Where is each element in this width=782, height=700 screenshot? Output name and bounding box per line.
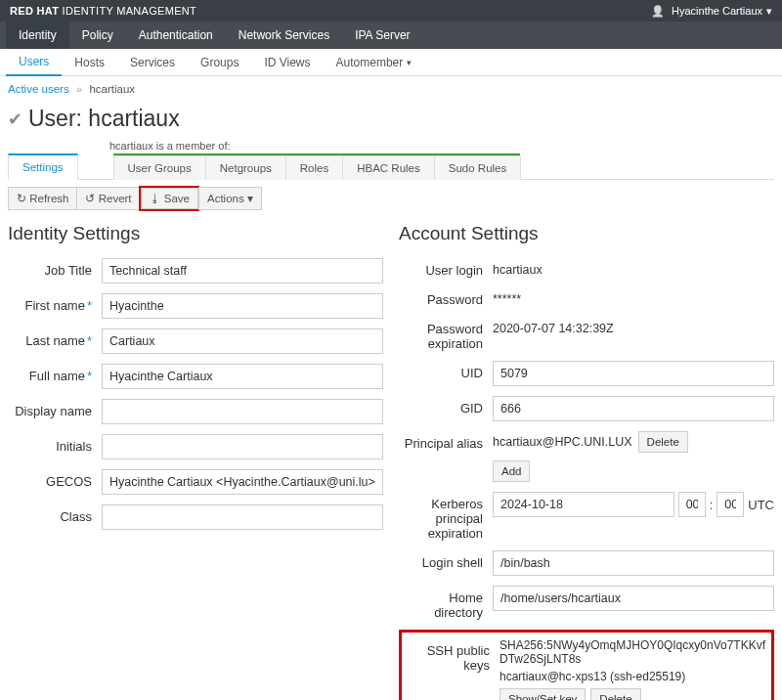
save-button[interactable]: ⭳ Save: [141, 188, 198, 209]
alias-label: Principal alias: [399, 431, 493, 451]
top-bar: RED HAT IDENTITY MANAGEMENT Hyacinthe Ca…: [0, 0, 782, 22]
shell-label: Login shell: [399, 550, 493, 570]
account-menu[interactable]: Hyacinthe Cartiaux: [651, 5, 772, 18]
account-heading: Account Settings: [399, 223, 774, 244]
breadcrumb-current: hcartiaux: [89, 83, 135, 95]
ssh-keys-highlight: SSH public keys SHA256:5NWy4yOmqMJHOY0QI…: [399, 630, 774, 700]
jobtitle-label: Job Title: [8, 258, 102, 278]
userlogin-label: User login: [399, 258, 493, 278]
memberof-tabs: User Groups Netgroups Roles HBAC Rules S…: [113, 153, 521, 179]
sub-nav-services[interactable]: Services: [117, 49, 188, 75]
chevron-down-icon: [407, 58, 412, 67]
uid-label: UID: [399, 361, 493, 380]
brand: RED HAT IDENTITY MANAGEMENT: [10, 5, 196, 17]
tab-user-groups[interactable]: User Groups: [113, 155, 206, 180]
firstname-field[interactable]: [102, 293, 383, 319]
save-button-highlight: ⭳ Save: [139, 186, 199, 211]
class-field[interactable]: [102, 504, 383, 530]
alias-delete-button[interactable]: Delete: [638, 431, 688, 453]
jobtitle-field[interactable]: [102, 258, 383, 284]
check-icon: ✔: [8, 109, 22, 130]
home-label: Home directory: [399, 586, 493, 620]
gid-field[interactable]: [493, 396, 774, 421]
displayname-label: Display name: [8, 399, 102, 418]
krb-timezone: UTC: [748, 498, 774, 512]
time-separator: :: [710, 498, 714, 512]
alias-add-button[interactable]: Add: [493, 460, 530, 482]
revert-button[interactable]: ↺ Revert: [76, 187, 140, 210]
toolbar: ↻ Refresh ↺ Revert ⭳ Save Actions: [8, 186, 774, 211]
password-label: Password: [399, 287, 493, 307]
tab-sudo-rules[interactable]: Sudo Rules: [434, 155, 521, 180]
gecos-field[interactable]: [102, 469, 383, 495]
shell-field[interactable]: [493, 550, 774, 576]
password-value: ******: [493, 287, 774, 306]
primary-nav-identity[interactable]: Identity: [6, 22, 69, 49]
fullname-field[interactable]: [102, 364, 383, 389]
sub-nav-hosts[interactable]: Hosts: [62, 49, 117, 75]
tab-netgroups[interactable]: Netgroups: [205, 155, 286, 180]
page-title: ✔ User: hcartiaux: [8, 106, 774, 132]
chevron-down-icon: [766, 5, 772, 18]
actions-menu[interactable]: Actions: [198, 187, 262, 210]
sub-nav-automember[interactable]: Automember: [324, 49, 425, 75]
krbexp-label: Kerberos principal expiration: [399, 492, 493, 541]
breadcrumb-separator: »: [76, 83, 82, 95]
initials-label: Initials: [8, 434, 102, 454]
primary-nav-ipa-server[interactable]: IPA Server: [342, 22, 422, 49]
primary-nav: Identity Policy Authentication Network S…: [0, 22, 782, 49]
breadcrumb: Active users » hcartiaux: [0, 76, 782, 102]
krb-date-field[interactable]: [493, 492, 674, 517]
account-settings-section: Account Settings User login hcartiaux Pa…: [399, 223, 774, 700]
identity-settings-section: Identity Settings Job Title First name* …: [8, 223, 383, 700]
primary-nav-policy[interactable]: Policy: [69, 22, 126, 49]
home-field[interactable]: [493, 586, 774, 611]
sub-nav-groups[interactable]: Groups: [188, 49, 251, 75]
tab-hbac-rules[interactable]: HBAC Rules: [342, 155, 435, 180]
breadcrumb-parent[interactable]: Active users: [8, 83, 69, 95]
primary-nav-authentication[interactable]: Authentication: [126, 22, 226, 49]
user-icon: [651, 5, 668, 18]
krb-min-field[interactable]: [717, 492, 744, 517]
initials-field[interactable]: [102, 434, 383, 459]
lastname-field[interactable]: [102, 328, 383, 354]
chevron-down-icon: [247, 193, 253, 204]
pwdexp-value: 2020-07-07 14:32:39Z: [493, 317, 774, 335]
sub-nav: Users Hosts Services Groups ID Views Aut…: [0, 49, 782, 76]
sub-nav-idviews[interactable]: ID Views: [251, 49, 323, 75]
sub-nav-users[interactable]: Users: [6, 49, 62, 76]
krb-hour-field[interactable]: [678, 492, 706, 517]
lastname-label: Last name*: [8, 328, 102, 348]
fullname-label: Full name*: [8, 364, 102, 383]
ssh-label: SSH public keys: [406, 638, 500, 673]
memberof-label: hcartiaux is a member of:: [109, 140, 774, 152]
refresh-button[interactable]: ↻ Refresh: [8, 187, 77, 210]
account-name: Hyacinthe Cartiaux: [672, 5, 762, 17]
alias-value: hcartiaux@HPC.UNI.LUX: [493, 435, 632, 449]
gid-label: GID: [399, 396, 493, 416]
gecos-label: GECOS: [8, 469, 102, 489]
ssh-delete-button[interactable]: Delete: [590, 688, 640, 700]
firstname-label: First name*: [8, 293, 102, 313]
tabs: Settings User Groups Netgroups Roles HBA…: [8, 153, 774, 180]
uid-field[interactable]: [493, 361, 774, 386]
displayname-field[interactable]: [102, 399, 383, 424]
ssh-showset-button[interactable]: Show/Set key: [500, 688, 586, 700]
ssh-fingerprint: SHA256:5NWy4yOmqMJHOY0QIqcxy0nVo7TKKvfDT…: [500, 638, 767, 666]
userlogin-value: hcartiaux: [493, 258, 774, 277]
ssh-identity: hcartiaux@hc-xps13 (ssh-ed25519): [500, 670, 685, 683]
primary-nav-network-services[interactable]: Network Services: [226, 22, 342, 49]
identity-heading: Identity Settings: [8, 223, 383, 244]
tab-settings[interactable]: Settings: [8, 153, 78, 180]
tab-roles[interactable]: Roles: [285, 155, 343, 180]
class-label: Class: [8, 504, 102, 524]
pwdexp-label: Password expiration: [399, 317, 493, 351]
